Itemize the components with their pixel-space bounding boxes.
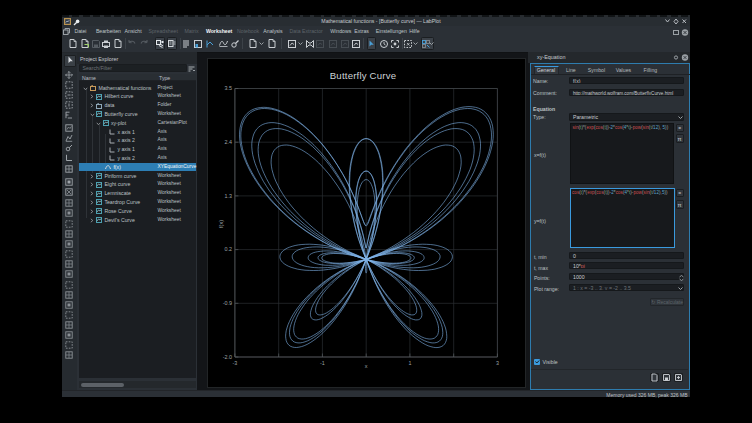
svg-text:1: 1	[408, 359, 411, 365]
svg-text:0.2: 0.2	[225, 246, 233, 252]
svg-text:-3: -3	[233, 359, 238, 365]
svg-text:1.3: 1.3	[225, 192, 233, 198]
svg-text:3: 3	[496, 359, 499, 365]
svg-text:Butterfly Curve: Butterfly Curve	[330, 69, 396, 80]
svg-text:-0.9: -0.9	[223, 300, 232, 306]
svg-text:x: x	[365, 362, 368, 368]
svg-text:f(x): f(x)	[218, 219, 224, 227]
svg-text:3.5: 3.5	[225, 85, 233, 91]
svg-text:-1: -1	[320, 359, 325, 365]
svg-text:2.4: 2.4	[225, 139, 233, 145]
svg-text:-2.0: -2.0	[223, 353, 232, 359]
